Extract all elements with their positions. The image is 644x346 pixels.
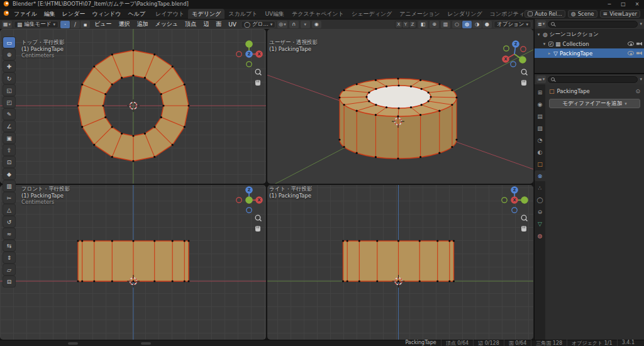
tool-rotate[interactable]: ↻ [3,73,15,84]
vertex[interactable] [153,53,155,55]
outliner-filter-button[interactable]: ▾ [640,21,642,26]
vertex[interactable] [111,84,113,86]
vertex[interactable] [111,126,113,128]
vertex[interactable] [77,240,79,242]
vertex[interactable] [356,152,358,154]
vertex[interactable] [184,126,186,128]
outliner-collection[interactable]: ▾ ✓ ▦ Collection [535,39,644,48]
vertex[interactable] [162,104,164,106]
vertex[interactable] [184,240,186,242]
vertex[interactable] [438,152,440,154]
face-select-button[interactable]: ▪ [80,21,90,28]
options-menu[interactable]: オプション ▾ [494,21,531,28]
menu-add[interactable]: 追加 [134,20,150,28]
vertex[interactable] [153,280,155,282]
vertex[interactable] [160,93,162,95]
tab-rendering[interactable]: レンダリング [444,9,486,19]
vertex[interactable] [358,240,360,242]
properties-tab-world[interactable]: ◐ [535,147,545,157]
vertex[interactable] [376,240,378,242]
vertex[interactable] [342,240,344,242]
vertex[interactable] [421,104,423,106]
vertex[interactable] [144,77,146,79]
properties-tab-output[interactable]: ▤ [535,111,545,121]
tool-annotate[interactable]: ✎ [3,109,15,120]
vertex[interactable] [375,114,377,116]
menu-render[interactable]: レンダー [59,9,89,19]
vertex[interactable] [93,144,95,146]
overlays-toggle[interactable]: ◧ [418,21,428,28]
vertex[interactable] [356,83,358,85]
auto-rel-toggle[interactable]: Auto Rel... [525,10,565,18]
vertex[interactable] [121,77,123,79]
menu-window[interactable]: ウィンドウ [89,9,124,19]
vertex[interactable] [421,88,423,90]
vertex[interactable] [347,280,348,282]
vertex[interactable] [111,280,113,282]
xray-toggle[interactable]: ▥ [441,21,450,28]
pan-hand-icon[interactable] [255,226,260,232]
outliner-scene-collection[interactable]: ▾ ◍ シーンコレクション [535,30,644,39]
vertex[interactable] [172,280,174,282]
vertex[interactable] [172,65,174,67]
vertex[interactable] [397,280,399,282]
vertex[interactable] [121,133,123,135]
vertex[interactable] [111,156,113,158]
proportional-editing-toggle[interactable]: ◉ [312,21,321,28]
tool-knife[interactable]: ✂ [3,193,15,203]
vertex[interactable] [419,240,421,242]
vertex[interactable] [436,240,438,242]
menu-mesh[interactable]: メッシュ [152,20,180,28]
hide-in-viewport-icon[interactable] [628,42,634,46]
gizmo-axis-y[interactable] [246,41,252,47]
properties-search-input[interactable] [548,76,638,83]
view-layer-selector[interactable]: ≡ ViewLayer [600,10,640,18]
tool-add-cube[interactable]: ▣ [3,133,15,143]
properties-tab-physics[interactable]: ◯ [535,194,545,205]
vertex[interactable] [397,77,399,79]
editor-type-button[interactable]: ▦ ▾ [2,21,12,28]
tab-animation[interactable]: アニメーション [396,9,443,19]
properties-tab-view-layer[interactable]: ▧ [535,123,545,133]
menu-edit[interactable]: 編集 [41,9,58,19]
vertex[interactable] [342,280,344,282]
vertex[interactable] [153,156,155,158]
auto-rel-checkbox[interactable] [528,11,533,16]
gizmo-axis-x[interactable] [236,52,242,57]
vertex[interactable] [397,157,399,159]
mirror-z-button[interactable]: Z [409,21,416,28]
vertex[interactable] [365,96,367,98]
menu-face[interactable]: 面 [213,20,224,28]
vertex[interactable] [132,240,134,242]
gizmo-axis-y[interactable] [246,197,252,203]
edge-select-button[interactable]: / [70,21,80,28]
vertex[interactable] [428,100,430,102]
vertex[interactable] [448,280,450,282]
vertex[interactable] [144,133,146,135]
vertex[interactable] [132,49,134,51]
vertex[interactable] [111,240,113,242]
gizmo-axis-z[interactable] [511,62,516,67]
vertex[interactable] [132,74,134,76]
disable-in-renders-icon[interactable] [636,42,642,46]
vertex[interactable] [187,104,189,106]
vertex[interactable] [419,280,421,282]
shading-wireframe-button[interactable]: ○ [452,21,462,28]
menu-view[interactable]: ビュー [92,20,114,28]
vertex[interactable] [184,84,186,86]
vertex[interactable] [436,280,438,282]
gizmos-toggle[interactable]: ⊕ [430,21,439,28]
gizmo-axis-x[interactable] [236,198,242,203]
vertex[interactable] [187,240,189,242]
outliner-object-packingtape[interactable]: ▸ ▽ PackingTape [535,48,644,58]
vertex[interactable] [77,104,79,106]
pin-icon[interactable]: ⊙ [635,88,640,94]
shading-material-button[interactable]: ◑ [472,21,482,28]
vertex[interactable] [368,92,370,94]
vertex[interactable] [368,100,370,102]
vertex[interactable] [375,88,377,90]
tool-cursor[interactable]: ⊕ [3,49,15,60]
properties-tab-particles[interactable]: ∴ [535,182,545,193]
gizmo-axis-x[interactable] [521,47,526,52]
vertex[interactable] [343,89,345,91]
